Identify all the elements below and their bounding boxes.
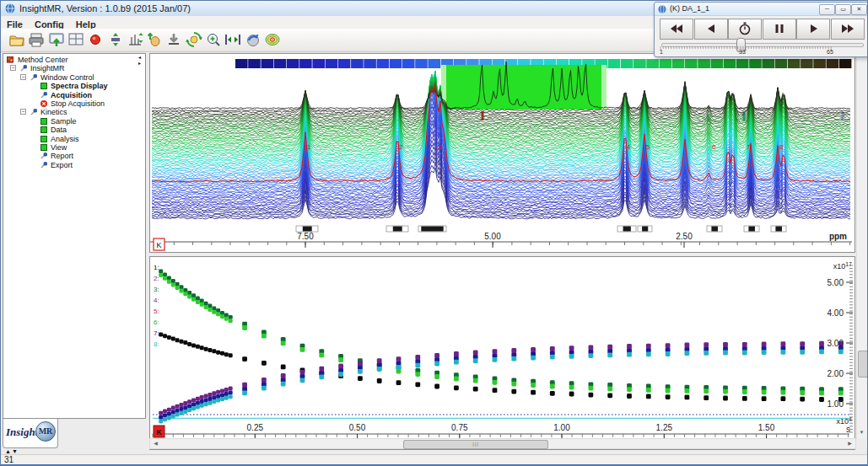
tree-item-acquisition[interactable]: Acquisition xyxy=(3,91,145,99)
scroll-left-icon[interactable]: ◀ xyxy=(150,439,161,448)
timer-button[interactable] xyxy=(728,19,762,40)
splitter-collapse-icon[interactable]: ◂▸ xyxy=(138,55,141,67)
player-window-icon xyxy=(658,5,666,13)
scale-peaks-button[interactable] xyxy=(127,31,145,49)
fit-height-icon xyxy=(107,31,124,48)
window-tiles-button[interactable] xyxy=(67,31,86,49)
tree-item-sample[interactable]: Sample xyxy=(3,117,145,126)
wrench-icon xyxy=(40,153,47,159)
wrench-icon xyxy=(30,109,37,115)
undo-button[interactable] xyxy=(245,31,263,49)
slider-tick-ruler xyxy=(655,46,867,51)
tree-item-label: Method Center xyxy=(18,56,68,64)
tree-item-export[interactable]: Export xyxy=(3,161,145,169)
legend-entry-1: 1: xyxy=(154,264,159,271)
legend-entry-4: 4: xyxy=(154,297,159,304)
scale-peaks-icon xyxy=(127,31,143,48)
vertical-scrollbar[interactable]: ▼ xyxy=(856,53,868,439)
tree-item-label: Sample xyxy=(51,117,77,126)
horizontal-scrollbar[interactable]: ◀ ||| ▶ xyxy=(149,438,856,449)
step-back-icon xyxy=(704,21,719,36)
tree-item-report[interactable]: Report xyxy=(3,152,145,160)
peak-label-4: 4 xyxy=(627,143,631,151)
export-display-button[interactable] xyxy=(48,31,67,49)
tree-collapse-icon[interactable]: − xyxy=(20,74,26,80)
logo-text: Insight xyxy=(6,426,38,439)
pause-button[interactable] xyxy=(763,19,796,40)
spectra-waterfall-plot[interactable]: 123456787.505.002.50ppmK xyxy=(150,54,855,252)
legend-entry-7: 7: xyxy=(154,329,159,337)
record-button[interactable] xyxy=(87,31,105,49)
legend-entry-6: 6: xyxy=(154,319,159,326)
tree-item-view[interactable]: View xyxy=(3,143,145,152)
rotate-refresh-button[interactable] xyxy=(186,31,204,49)
kinetics-k-toggle: K xyxy=(156,428,162,437)
open-folder-button[interactable] xyxy=(8,31,27,49)
tree-scroll-arrows-icon[interactable]: ▲▼ xyxy=(5,448,19,454)
window-title: InsightMR, Version : 1.0.b9 (2015 Jan/07… xyxy=(19,1,191,16)
tree-item-insightmr[interactable]: −InsightMR xyxy=(3,64,145,72)
play-button[interactable] xyxy=(796,19,830,40)
player-title-bar[interactable]: (K) DA_1_1 ─ ▭ ✕ xyxy=(655,3,868,16)
rotate-refresh-icon xyxy=(186,31,202,48)
y-scale-label: x1017 xyxy=(833,261,852,271)
spectra-display-panel[interactable]: 123456787.505.002.50ppmK xyxy=(149,53,855,253)
tree-item-window-control[interactable]: −Window Control xyxy=(3,73,145,82)
tree-collapse-icon[interactable]: − xyxy=(10,65,16,71)
fit-height-button[interactable] xyxy=(107,31,126,49)
step-back-button[interactable] xyxy=(694,19,728,40)
grab-up-icon xyxy=(146,31,163,48)
ppm-axis-unit: ppm xyxy=(829,232,847,241)
tree-item-method-center[interactable]: Method Center xyxy=(3,56,145,64)
insightmr-logo-tab[interactable]: Insight MR xyxy=(3,419,58,448)
tree-item-label: Kinetics xyxy=(40,108,67,116)
kinetics-scatter-plot[interactable]: 1:2:3:4:5:6:7:8:0.250.500.751.001.251.50… xyxy=(150,257,855,449)
kinetics-plot-panel[interactable]: 1:2:3:4:5:6:7:8:0.250.500.751.001.251.50… xyxy=(149,256,855,450)
vertical-scrollbar-thumb[interactable] xyxy=(858,351,868,378)
arrow-down-icon xyxy=(165,31,182,48)
fast-forward-button[interactable] xyxy=(831,19,865,40)
fast-forward-icon xyxy=(840,21,855,36)
method-tree-panel: Method Center−InsightMR−Window ControlSp… xyxy=(3,53,146,419)
tree-collapse-icon[interactable]: − xyxy=(20,109,26,115)
tree-item-kinetics[interactable]: −Kinetics xyxy=(3,108,145,116)
tree-item-analysis[interactable]: Analysis xyxy=(3,135,145,143)
legend-entry-5: 5: xyxy=(154,308,159,315)
grab-up-button[interactable] xyxy=(146,31,164,49)
tree-item-data[interactable]: Data xyxy=(3,126,145,134)
ppm-tick-label: 5.00 xyxy=(484,232,501,241)
rewind-button[interactable] xyxy=(660,19,693,40)
print-button[interactable] xyxy=(28,31,46,49)
slider-min-label: 1 xyxy=(660,49,663,55)
ppm-tick-label: 7.50 xyxy=(297,232,314,241)
open-folder-icon xyxy=(8,31,25,48)
player-float-window[interactable]: (K) DA_1_1 ─ ▭ ✕ 1 33 65 xyxy=(654,2,868,57)
window-tiles-icon xyxy=(67,31,84,48)
intensity-tick-label: 3.00 xyxy=(828,339,844,348)
print-icon xyxy=(28,31,45,48)
scroll-right-icon[interactable]: ▶ xyxy=(844,439,855,448)
intensity-tick-label: 1.00 xyxy=(828,399,844,409)
extend-width-icon xyxy=(224,31,241,48)
scroll-down-icon[interactable]: ▼ xyxy=(857,426,866,438)
app-icon xyxy=(5,3,15,13)
extend-width-button[interactable] xyxy=(224,31,243,49)
rewind-icon xyxy=(669,21,684,36)
close-button[interactable]: ✕ xyxy=(851,4,867,15)
tree-item-spectra-display[interactable]: Spectra Display xyxy=(3,82,145,90)
contour-map-button[interactable] xyxy=(264,31,283,49)
restore-button[interactable]: ▭ xyxy=(835,4,851,15)
slider-max-label: 65 xyxy=(827,49,833,55)
horizontal-scrollbar-thumb[interactable]: ||| xyxy=(403,440,548,449)
tree-item-label: View xyxy=(51,143,67,152)
zoom-in-button[interactable] xyxy=(205,31,224,49)
minimize-button[interactable]: ─ xyxy=(819,4,835,15)
intensity-tick-label: 4.00 xyxy=(828,308,844,318)
tree-item-label: Acquisition xyxy=(51,91,92,99)
ppm-tick-label: 2.50 xyxy=(676,232,693,241)
tree-item-stop-acquisition[interactable]: Stop Acquisition xyxy=(3,99,145,108)
wrench-icon xyxy=(40,162,47,169)
arrow-down-button[interactable] xyxy=(165,31,184,49)
legend-entry-2: 2: xyxy=(154,275,159,282)
player-window-title: (K) DA_1_1 xyxy=(670,3,709,15)
